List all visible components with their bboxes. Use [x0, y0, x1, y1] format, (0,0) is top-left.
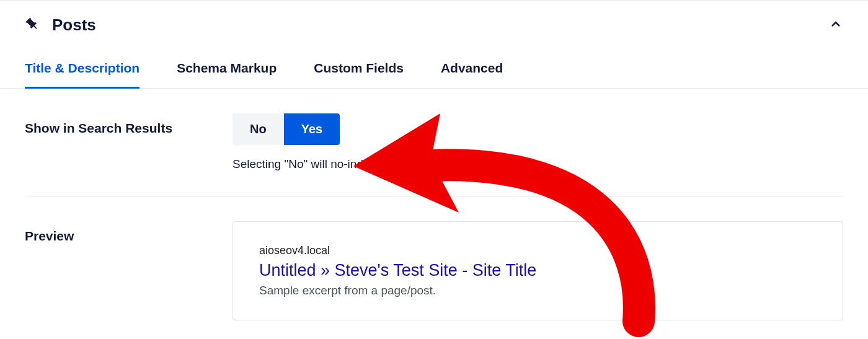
preview-title: Untitled » Steve's Test Site - Site Titl… [259, 261, 817, 280]
chevron-up-icon [828, 17, 843, 34]
toggle-no-button[interactable]: No [232, 113, 284, 145]
pin-icon [25, 17, 40, 34]
setting-label: Preview [25, 221, 232, 320]
tab-advanced[interactable]: Advanced [441, 50, 503, 89]
tabs: Title & Description Schema Markup Custom… [0, 50, 868, 89]
helper-text: Selecting "No" will no-index this page. [232, 157, 843, 171]
setting-preview: Preview aioseov4.local Untitled » Steve'… [25, 196, 843, 339]
toggle-show-in-search: No Yes [232, 113, 340, 145]
panel-title: Posts [52, 15, 96, 35]
setting-label: Show in Search Results [25, 113, 232, 171]
tab-schema-markup[interactable]: Schema Markup [177, 50, 277, 89]
serp-preview: aioseov4.local Untitled » Steve's Test S… [232, 221, 843, 320]
setting-show-in-search: Show in Search Results No Yes Selecting … [25, 89, 843, 196]
preview-description: Sample excerpt from a page/post. [259, 284, 817, 297]
preview-domain: aioseov4.local [259, 244, 817, 257]
toggle-yes-button[interactable]: Yes [284, 113, 340, 145]
tab-custom-fields[interactable]: Custom Fields [314, 50, 404, 89]
panel-header[interactable]: Posts [0, 1, 868, 50]
tab-title-description[interactable]: Title & Description [25, 50, 140, 89]
